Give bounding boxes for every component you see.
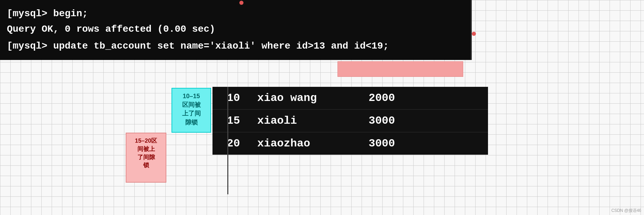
cell-val-2: 3000 [347, 114, 398, 127]
pink-highlight-box [337, 61, 463, 77]
annotation-cyan-text: 10–15区间被上了间隙锁 [182, 93, 201, 126]
table-left-divider [227, 87, 228, 194]
terminal-line-1: [mysql> begin; [7, 6, 464, 22]
annotation-pink-text: 15–20区间被上了间隙锁 [135, 137, 157, 168]
cell-id-2: 15 [223, 114, 250, 127]
cell-id-1: 10 [223, 92, 250, 104]
cell-name-1: xiao wang [250, 92, 347, 104]
terminal-line-3: [mysql> update tb_account set name='xiao… [7, 39, 464, 54]
table-row: 20 xiaozhao 3000 [212, 132, 488, 155]
cell-id-3: 20 [223, 137, 250, 150]
terminal-line-2: Query OK, 0 rows affected (0.00 sec) [7, 22, 464, 37]
annotation-dot-right [472, 32, 476, 36]
table-row: 15 xiaoli 3000 [212, 110, 488, 132]
cell-name-2: xiaoli [250, 114, 347, 127]
annotation-cyan-box: 10–15区间被上了间隙锁 [172, 88, 211, 133]
annotation-pink-box: 15–20区间被上了间隙锁 [126, 133, 166, 183]
annotation-dot-top [239, 1, 243, 5]
cell-val-3: 3000 [347, 137, 398, 150]
table-row: 10 xiao wang 2000 [212, 87, 488, 110]
data-table: 10 xiao wang 2000 15 xiaoli 3000 20 xiao… [212, 87, 488, 155]
cell-val-1: 2000 [347, 92, 398, 104]
terminal-block: [mysql> begin; Query OK, 0 rows affected… [0, 0, 472, 60]
cell-name-3: xiaozhao [250, 137, 347, 150]
watermark: CSDN @搜语46 [611, 208, 641, 214]
